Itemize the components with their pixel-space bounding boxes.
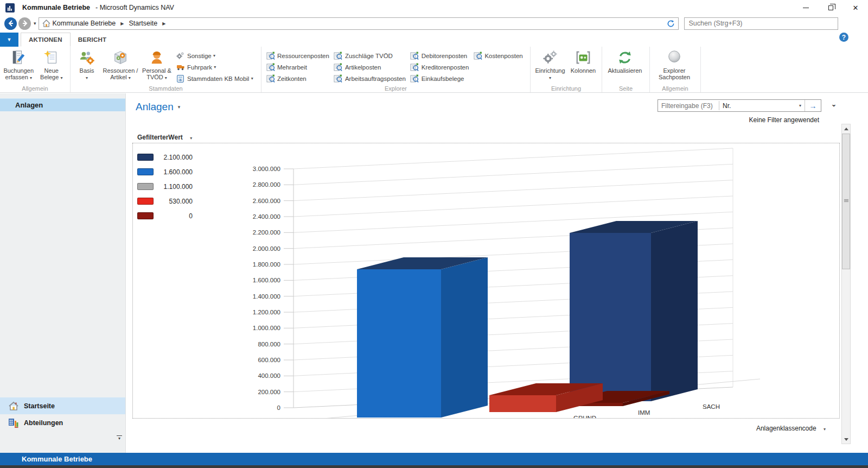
group-label: Einrichtung — [531, 85, 602, 92]
filter-bar: Nr. ▾ → — [658, 99, 821, 112]
breadcrumb-separator-icon[interactable]: ▶ — [162, 21, 165, 26]
sonstige-button[interactable]: Sonstige ▾ — [176, 50, 253, 61]
scroll-up-button[interactable] — [842, 124, 850, 133]
sidebar-item-startseite[interactable]: Startseite — [0, 397, 125, 414]
bar-SACH — [570, 233, 651, 401]
help-button[interactable]: ? — [839, 33, 848, 42]
refresh-address-icon[interactable] — [667, 20, 675, 28]
sidebar-item-abteilungen[interactable]: Abteilungen — [0, 414, 125, 431]
button-label: Kolonnen — [571, 67, 596, 74]
legend-value: 0 — [158, 212, 193, 220]
legend-swatch — [137, 212, 154, 219]
button-label: Buchungen erfassen — [3, 67, 34, 80]
button-label: Kreditorenposten — [422, 64, 469, 71]
dropdown-caret-icon: ▾ — [165, 75, 167, 80]
buchungen-erfassen-button[interactable]: Buchungen erfassen ▾ — [2, 48, 35, 81]
apply-filter-button[interactable]: → — [805, 100, 821, 111]
ledger-entries-icon — [410, 63, 419, 72]
explorer-item-button[interactable]: Zuschläge TVÖD — [334, 50, 406, 61]
status-company-name: Kommunale Betriebe — [22, 455, 92, 463]
button-label: Arbeitsauftragsposten — [345, 75, 406, 82]
ledger-entries-icon — [410, 74, 419, 83]
brackets-gears-icon — [575, 49, 592, 66]
explorer-item-button[interactable]: Mehrarbeit — [266, 61, 329, 73]
collapse-pane-icon[interactable]: ▾ — [117, 435, 122, 440]
breadcrumb-item-page[interactable]: Startseite — [129, 20, 157, 27]
filter-pane-chevron-icon[interactable]: ⌄ — [831, 100, 837, 108]
home-icon — [8, 401, 20, 411]
history-dropdown-caret[interactable]: ▾ — [34, 21, 36, 26]
y-axis-tick-label: 2.600.000 — [253, 198, 280, 204]
group-label: Allgemein — [650, 85, 700, 92]
minimize-button[interactable] — [793, 0, 818, 15]
legend-swatch — [137, 168, 154, 175]
explorer-item-button[interactable]: Artikelposten — [334, 61, 406, 73]
aktualisieren-button[interactable]: Aktualisieren — [604, 48, 646, 74]
breadcrumb-separator-icon[interactable]: ▶ — [120, 21, 124, 26]
dropdown-caret-icon: ▾ — [129, 75, 131, 80]
explorer-item-button[interactable]: Ressourcenposten — [266, 50, 329, 61]
legend-item: 0 — [137, 208, 193, 223]
forward-button[interactable] — [18, 17, 31, 30]
close-icon: ✕ — [853, 4, 859, 11]
button-label: Aktualisieren — [608, 67, 642, 74]
filter-status-text: Keine Filter angewendet — [749, 116, 819, 124]
explorer-item-button[interactable]: Kreditorenposten — [410, 61, 469, 73]
title-bar: Kommunale Betriebe - Microsoft Dynamics … — [0, 0, 868, 15]
people-gear-icon — [78, 49, 95, 66]
basis-button[interactable]: Basis▾ — [73, 48, 101, 81]
button-label: Explorer Sachposten — [659, 67, 690, 80]
y-axis-tick-label: 1.800.000 — [253, 261, 280, 268]
vertical-scrollbar[interactable] — [841, 124, 851, 444]
explorer-item-button[interactable]: Kostenposten — [473, 50, 522, 61]
scroll-down-button[interactable] — [842, 435, 850, 444]
legend-value: 530.000 — [158, 198, 193, 205]
explorer-item-button[interactable]: Zeitkonten — [266, 73, 329, 84]
page-title[interactable]: Anlagen▾ — [136, 101, 180, 113]
breadcrumb[interactable]: Kommunale Betriebe ▶ Startseite ▶ — [39, 17, 679, 30]
worker-hardhat-icon — [148, 49, 165, 66]
explorer-item-button[interactable]: Einkaufsbelege — [410, 73, 469, 84]
neue-belege-button[interactable]: Neue Belege ▾ — [35, 48, 68, 81]
einrichtung-button[interactable]: Einrichtung▾ — [533, 48, 567, 81]
explorer-item-button[interactable]: Debitorenposten — [410, 50, 469, 61]
fuhrpark-button[interactable]: Fuhrpark ▾ — [176, 61, 253, 73]
ribbon-tab-row: ▼ AKTIONEN BERICHT — [0, 31, 868, 47]
breadcrumb-item-company[interactable]: Kommunale Betriebe — [53, 20, 116, 27]
calculator-grid-icon — [176, 74, 185, 83]
close-button[interactable]: ✕ — [843, 0, 868, 15]
explorer-sachposten-button[interactable]: Explorer Sachposten — [652, 48, 697, 80]
back-button[interactable] — [4, 17, 17, 30]
sidebar-item-anlagen[interactable]: Anlagen — [0, 98, 125, 111]
y-axis-tick-label: 200.000 — [258, 389, 280, 395]
ledger-entries-icon — [334, 52, 343, 60]
legend-item: 530.000 — [137, 194, 193, 208]
legend-item: 1.100.000 — [137, 179, 193, 194]
chart-dimension-select[interactable]: Anlagenklassencode ▾ — [756, 425, 826, 432]
app-window: Kommunale Betriebe - Microsoft Dynamics … — [0, 0, 868, 468]
restore-button[interactable] — [818, 0, 843, 15]
button-label: Artikelposten — [345, 64, 381, 71]
stammdaten-kb-mobil-button[interactable]: Stammdaten KB Mobil ▾ — [176, 73, 253, 84]
y-axis-tick-label: 800.000 — [258, 341, 280, 347]
chart-measure-select[interactable]: GefilterterWert ▾ — [137, 134, 192, 141]
group-label: Explorer — [261, 85, 530, 92]
y-axis-tick-label: 2.400.000 — [253, 213, 280, 220]
search-input[interactable] — [684, 17, 838, 30]
scrollbar-thumb[interactable] — [842, 134, 850, 269]
explorer-item-button[interactable]: Arbeitsauftragsposten — [334, 73, 406, 84]
status-bar: Kommunale Betriebe — [0, 453, 868, 465]
ressourcen-artikel-button[interactable]: Ressourcen / Artikel ▾ — [101, 48, 140, 81]
personal-tvoed-button[interactable]: Personal & TVÖD ▾ — [140, 48, 174, 81]
tab-aktionen[interactable]: AKTIONEN — [21, 33, 71, 47]
chart-measure-label: GefilterterWert — [137, 134, 183, 141]
content-area: Anlagen▾ Nr. ▾ → ⌄ Keine Filter angewend… — [126, 93, 868, 453]
application-menu-button[interactable]: ▼ — [0, 33, 18, 47]
chart-dimension-label: Anlagenklassencode — [756, 425, 816, 432]
filter-input[interactable] — [658, 100, 719, 111]
filter-field-select[interactable]: Nr. ▾ — [719, 100, 805, 111]
tab-bericht[interactable]: BERICHT — [71, 33, 114, 47]
button-label: Stammdaten KB Mobil — [187, 75, 249, 82]
button-label: Basis — [80, 67, 94, 74]
kolonnen-button[interactable]: Kolonnen — [567, 48, 599, 74]
